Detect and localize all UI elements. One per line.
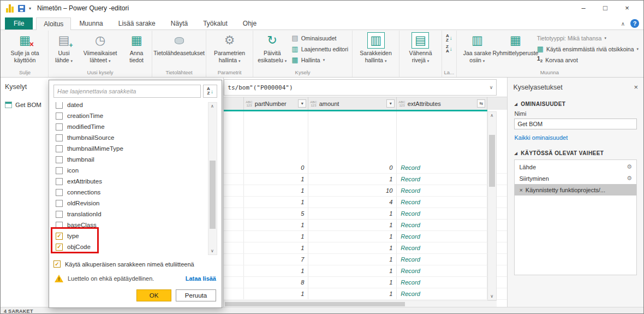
table-row[interactable]: 11Record — [224, 220, 507, 231]
tab-näytä[interactable]: Näytä — [164, 17, 195, 29]
steps-section-header[interactable]: ◢ KÄYTÖSSÄ OLEVAT VAIHEET — [514, 150, 637, 156]
ribbon-button-vähennä-rivejä[interactable]: ▤Vähennä rivejä ▾ — [401, 31, 440, 63]
ribbon-button-päivitä-esikatselu[interactable]: ↻Päivitä esikatselu ▾ — [255, 31, 289, 63]
column-type-icon[interactable]: ABC123 — [398, 100, 405, 107]
ribbon-button-sulje-ja-ota-käyttöön[interactable]: ▦×Sulje ja ota käyttöön — [3, 31, 46, 63]
delete-step-icon[interactable]: × — [519, 187, 522, 193]
table-row[interactable]: 71Record — [224, 254, 507, 265]
tab-ohje[interactable]: Ohje — [236, 17, 264, 29]
ribbon-button-sort-za-icon[interactable]: ZA↓ — [444, 44, 455, 54]
scrollbar-thumb[interactable] — [210, 161, 216, 229]
column-type-icon[interactable]: ABC123 — [246, 100, 252, 107]
column-option-objcode[interactable]: ✓objCode — [53, 241, 217, 252]
prefix-checkbox[interactable]: ✓ — [53, 260, 61, 268]
scroll-down-icon[interactable]: ∨ — [211, 248, 214, 253]
table-row[interactable]: 14Record — [224, 197, 507, 208]
checkbox[interactable] — [56, 200, 63, 207]
cancel-button[interactable]: Peruuta — [176, 289, 216, 301]
sort-columns-button[interactable]: AZ↓ — [203, 85, 217, 98]
table-row[interactable]: 11Record — [224, 231, 507, 242]
gear-icon[interactable]: ⚙ — [627, 163, 632, 170]
table-row[interactable]: 11Record — [224, 242, 507, 254]
applied-step-käynnistetty-funktioprojects[interactable]: ×Käynnistetty funktioprojects/... — [515, 184, 636, 195]
record-link[interactable]: Record — [401, 245, 420, 251]
record-link[interactable]: Record — [401, 176, 420, 182]
column-option-dated[interactable]: dated — [53, 102, 217, 110]
record-link[interactable]: Record — [401, 187, 420, 194]
table-row[interactable]: 51Record — [224, 208, 507, 220]
checkbox[interactable] — [56, 167, 63, 174]
checkbox[interactable] — [56, 102, 63, 109]
column-header-extattributes[interactable]: ABC123extAttributes⇆ — [397, 97, 487, 110]
record-link[interactable]: Record — [401, 164, 420, 171]
quick-access-caret-icon[interactable]: ▾ — [29, 6, 31, 11]
scrollbar-thumb[interactable] — [489, 135, 495, 187]
scroll-down-icon[interactable]: ∨ — [490, 294, 493, 299]
ribbon-button-käytä-ensimmäistä-riviä-otsikkoina[interactable]: ▦Käytä ensimmäistä riviä otsikkoina▾ — [535, 44, 641, 54]
ribbon-button-korvaa-arvot[interactable]: 12Korvaa arvot — [535, 55, 580, 65]
record-link[interactable]: Record — [401, 233, 420, 240]
close-settings-icon[interactable]: × — [634, 83, 638, 91]
filter-icon[interactable]: ▾ — [386, 99, 395, 108]
help-icon[interactable]: ? — [630, 19, 639, 28]
column-option-type[interactable]: ✓type — [53, 230, 217, 241]
column-option-thumbnailmimetype[interactable]: thumbnailMimeType — [53, 143, 217, 154]
scrollbar-thumb[interactable] — [225, 302, 405, 306]
scroll-up-icon[interactable]: ∧ — [490, 113, 493, 118]
ribbon-button-sarakkeiden-hallinta[interactable]: ▥Sarakkeiden hallinta ▾ — [354, 31, 397, 63]
column-option-modifiedtime[interactable]: modifiedTime — [53, 121, 217, 132]
formula-bar[interactable]: ts/bom"("P000004") ∨ — [224, 79, 497, 96]
tab-työkalut[interactable]: Työkalut — [196, 17, 235, 29]
expand-column-icon[interactable]: ⇆ — [477, 99, 485, 108]
checkbox[interactable]: ✓ — [56, 244, 63, 251]
record-link[interactable]: Record — [401, 279, 420, 286]
applied-step-lähde[interactable]: Lähde⚙ — [515, 161, 636, 173]
table-row[interactable]: 81Record — [224, 277, 507, 288]
ribbon-button-parametrien-hallinta[interactable]: ⚙Parametrien hallinta ▾ — [208, 31, 251, 63]
checkbox[interactable] — [56, 156, 63, 163]
column-option-baseclass[interactable]: baseClass — [53, 220, 217, 230]
checkbox[interactable] — [56, 123, 63, 131]
collapse-ribbon-icon[interactable]: ∧ — [621, 21, 625, 27]
horizontal-scrollbar[interactable] — [224, 300, 497, 307]
vertical-scrollbar[interactable]: ∧ ∨ — [487, 111, 497, 300]
ribbon-button-uusi-lähde[interactable]: ▤+Uusi lähde ▾ — [50, 31, 77, 63]
record-link[interactable]: Record — [401, 268, 420, 274]
tab-muunna[interactable]: Muunna — [72, 17, 110, 29]
checkbox[interactable] — [56, 222, 63, 229]
all-properties-link[interactable]: Kaikki ominaisuudet — [514, 134, 637, 141]
ribbon-button-viimeaikaiset-lähteet[interactable]: ◷Viimeaikaiset lähteet ▾ — [77, 31, 123, 63]
properties-section-header[interactable]: ◢ OMINAISUUDET — [514, 101, 637, 107]
load-more-link[interactable]: Lataa lisää — [186, 275, 216, 282]
checkbox[interactable] — [56, 134, 63, 141]
ribbon-button-ominaisuudet[interactable]: ▤Ominaisuudet — [289, 33, 338, 43]
ribbon-button-jaa-sarake-osiin[interactable]: ▥Jaa sarake osiin ▾ — [458, 31, 496, 63]
column-option-icon[interactable]: icon — [53, 165, 217, 176]
table-row[interactable]: 11Record — [224, 265, 507, 277]
ribbon-button-laajennettu-editori[interactable]: ▥Laajennettu editori — [289, 44, 350, 54]
column-option-thumbnailsource[interactable]: thumbnailSource — [53, 132, 217, 143]
maximize-button[interactable]: □ — [594, 1, 616, 16]
table-row[interactable]: 110Record — [224, 185, 507, 197]
column-option-translationid[interactable]: translationId — [53, 209, 217, 220]
column-option-oldrevision[interactable]: oldRevision — [53, 198, 217, 209]
checkbox[interactable] — [56, 189, 63, 196]
ribbon-button-sort-az-icon[interactable]: AZ↓ — [444, 33, 455, 43]
column-option-creationtime[interactable]: creationTime — [53, 110, 217, 121]
checkbox[interactable]: ✓ — [56, 233, 63, 240]
checkbox[interactable] — [56, 145, 63, 152]
ribbon-button-hallinta[interactable]: ▦Hallinta▾ — [289, 55, 327, 65]
dialog-scrollbar[interactable]: ∧ ∨ — [208, 102, 217, 255]
save-icon[interactable] — [18, 5, 25, 12]
checkbox[interactable] — [56, 112, 63, 120]
column-option-connections[interactable]: connections — [53, 187, 217, 198]
gear-icon[interactable]: ⚙ — [627, 175, 632, 182]
formula-expand-icon[interactable]: ∨ — [490, 85, 493, 90]
tab-file[interactable]: File — [5, 17, 33, 29]
scroll-up-icon[interactable]: ∧ — [211, 104, 214, 109]
column-type-icon[interactable]: ABC123 — [310, 100, 317, 107]
ribbon-button-anna-tiedot[interactable]: ▦Anna tiedot — [123, 31, 150, 63]
applied-step-siirtyminen[interactable]: Siirtyminen⚙ — [515, 173, 636, 184]
column-header-partnumber[interactable]: ABC123partNumber▾ — [244, 97, 308, 110]
tab-aloitus[interactable]: Aloitus — [36, 17, 71, 30]
